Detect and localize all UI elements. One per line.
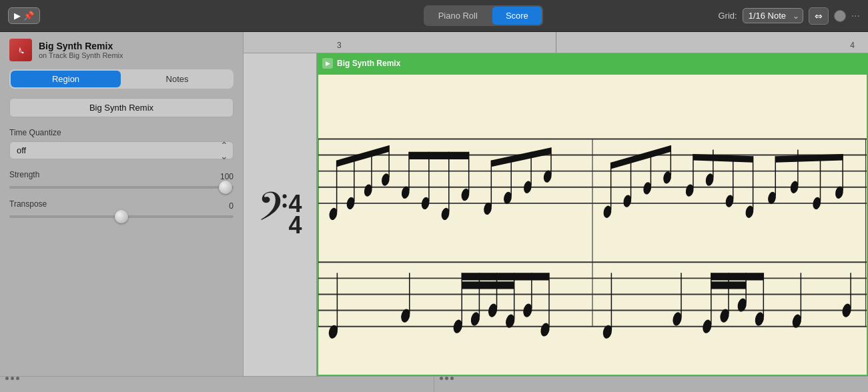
dot-1: [5, 377, 9, 380]
pin-icon: 📌: [23, 11, 34, 21]
region-name-label: Big Synth Remix: [39, 41, 123, 51]
region-header: ♪ Big Synth Remix on Track Big Synth Rem…: [9, 39, 234, 61]
ruler-divider: [556, 32, 556, 53]
toolbar-center: Piano Roll Score: [254, 5, 713, 26]
ruler-marker-4: 4: [850, 41, 855, 50]
align-icon: ⇔: [815, 11, 823, 21]
time-signature: 4 4: [288, 193, 302, 237]
bass-clef-symbol: 𝄢: [258, 187, 288, 235]
left-panel: ♪ Big Synth Remix on Track Big Synth Rem…: [0, 32, 244, 376]
svg-marker-98: [711, 281, 746, 289]
dot-6: [450, 377, 454, 380]
svg-marker-21: [337, 145, 389, 167]
score-ruler: 3 4: [244, 32, 868, 53]
notes-tab-button[interactable]: Notes: [122, 71, 232, 87]
bottom-left-section: [0, 377, 434, 392]
dot-3: [16, 377, 19, 380]
score-region-label: Big Synth Remix: [337, 59, 400, 68]
svg-marker-48: [611, 145, 671, 169]
toolbar-right: Grid: 1/4 Note 1/8 Note 1/16 Note 1/32 N…: [718, 7, 860, 25]
bottom-bar: [0, 376, 868, 392]
bottom-right-dots: [434, 377, 868, 380]
region-info: Big Synth Remix on Track Big Synth Remix: [39, 41, 123, 59]
transpose-slider-track: [9, 215, 234, 218]
panel-tab-group: Region Notes: [9, 69, 234, 89]
dot-2: [11, 377, 14, 380]
dot-4: [440, 377, 443, 380]
ruler-marker-3: 3: [337, 41, 342, 50]
sheet-music-area: [317, 73, 868, 376]
strength-container: Strength 100: [9, 170, 234, 189]
bottom-left-dots: [0, 377, 434, 380]
content-area: ♪ Big Synth Remix on Track Big Synth Rem…: [0, 32, 868, 376]
score-area: 3 4 𝄢 4 4 ▶ Big Synth Remix: [244, 32, 868, 376]
strength-value: 100: [220, 172, 234, 181]
toolbar-left: ▶ 📌: [8, 7, 248, 24]
strength-slider-thumb[interactable]: [219, 181, 232, 194]
bottom-right-section: [434, 377, 868, 392]
grid-label: Grid:: [718, 11, 737, 21]
strength-slider-track: [9, 186, 234, 189]
sheet-music-svg: [318, 75, 867, 375]
transpose-slider-thumb[interactable]: [115, 210, 128, 223]
svg-marker-84: [462, 281, 514, 289]
circle-control[interactable]: [834, 10, 846, 22]
grid-select-wrapper: 1/4 Note 1/8 Note 1/16 Note 1/32 Note: [743, 8, 803, 23]
transpose-label: Transpose: [9, 199, 47, 209]
transpose-value: 0: [229, 201, 234, 211]
time-quantize-label: Time Quantize: [9, 128, 234, 137]
time-sig-bottom: 4: [288, 215, 302, 236]
dot-5: [445, 377, 448, 380]
strength-row: Strength 100: [9, 170, 234, 183]
region-name-field[interactable]: Big Synth Remix: [9, 98, 234, 117]
align-icon-button[interactable]: ⇔: [809, 7, 829, 25]
green-region-bar: ▶ Big Synth Remix: [317, 53, 868, 73]
view-tab-group: Piano Roll Score: [424, 5, 543, 26]
svg-marker-39: [491, 147, 551, 167]
arrow-right-icon: ▶: [14, 11, 21, 21]
time-quantize-select[interactable]: off 1/4 Note 1/8 Note 1/16 Note: [9, 141, 234, 159]
svg-marker-83: [462, 273, 549, 280]
region-tab-button[interactable]: Region: [11, 71, 121, 87]
region-track-label: on Track Big Synth Remix: [39, 51, 123, 59]
svg-marker-30: [409, 152, 469, 159]
region-icon: ♪: [9, 39, 32, 61]
score-content: 𝄢 4 4 ▶ Big Synth Remix: [244, 53, 868, 376]
strength-label: Strength: [9, 170, 39, 179]
svg-marker-97: [711, 273, 763, 280]
clef-area: 𝄢 4 4: [244, 53, 317, 376]
piano-roll-tab[interactable]: Piano Roll: [425, 7, 491, 25]
score-tab[interactable]: Score: [492, 7, 542, 25]
smart-controls-button[interactable]: ▶ 📌: [8, 7, 40, 24]
time-quantize-wrapper: off 1/4 Note 1/8 Note 1/16 Note ⌃⌄: [9, 141, 234, 159]
more-options-dots[interactable]: ···: [851, 10, 860, 22]
grid-select[interactable]: 1/4 Note 1/8 Note 1/16 Note 1/32 Note: [743, 8, 803, 23]
main-toolbar: ▶ 📌 Piano Roll Score Grid: 1/4 Note 1/8 …: [0, 0, 868, 32]
transpose-container: Transpose 0: [9, 199, 234, 218]
region-play-icon: ▶: [322, 58, 333, 69]
